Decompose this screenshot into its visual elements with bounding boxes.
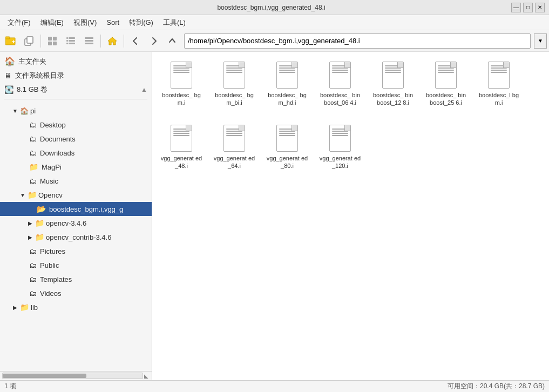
drive-icon: 💽: [4, 85, 13, 94]
sidebar-item-downloads-label: Downloads: [40, 149, 74, 157]
file-area[interactable]: boostdesc_ bgm.i boostdesc_ bgm_bi.i: [152, 52, 549, 380]
close-button[interactable]: ✕: [535, 3, 545, 12]
file-icon: [168, 60, 194, 90]
sidebar-item-public[interactable]: 🗂 Public: [0, 258, 152, 272]
sidebar-item-pi[interactable]: ▼ 🏠 pi: [0, 104, 152, 118]
file-item[interactable]: vgg_generat ed_48.i: [158, 120, 205, 173]
sidebar-item-downloads[interactable]: 🗂 Downloads: [0, 146, 152, 160]
sidebar: 🏠 主文件夹 🖥 文件系统根目录 💽 8.1 GB 卷 ▲ ▼ 🏠 p: [0, 52, 152, 380]
sidebar-item-opencv-contrib[interactable]: ▶ 📁 opencv_contrib-3.4.6: [0, 230, 152, 244]
file-icon: [433, 60, 459, 90]
sidebar-item-templates-label: Templates: [40, 275, 72, 283]
doc-icon: [488, 62, 510, 89]
videos-folder-icon: 🗂: [29, 289, 37, 298]
pi-toggle[interactable]: ▼: [12, 107, 18, 114]
menu-edit[interactable]: 编辑(E): [36, 16, 68, 29]
file-icon: [221, 60, 247, 90]
menu-bar: 文件(F) 编辑(E) 视图(V) Sort 转到(G) 工具(L): [0, 15, 549, 30]
doc-icon: [276, 125, 298, 152]
opencv1-toggle[interactable]: ▶: [27, 220, 33, 226]
sidebar-item-pi-label: pi: [30, 107, 36, 115]
sidebar-hscrollbar-thumb: [3, 374, 86, 378]
sidebar-item-lib[interactable]: ▶ 📁 lib: [0, 300, 152, 314]
sidebar-quick-access: 🏠 主文件夹 🖥 文件系统根目录 💽 8.1 GB 卷 ▲: [0, 52, 152, 104]
sidebar-tree-scroll[interactable]: ▼ 🏠 pi 🗂 Desktop 🗂 Documents 🗂 Downloads: [0, 104, 152, 371]
sidebar-item-opencv1-label: opencv-3.4.6: [46, 219, 86, 227]
list-view-button[interactable]: [62, 32, 79, 50]
drive-eject-icon[interactable]: ▲: [141, 86, 147, 93]
file-item[interactable]: boostdesc_ bgm_hd.i: [263, 57, 311, 110]
file-name: boostdesc_ binboost_25 6.i: [425, 91, 467, 107]
file-item[interactable]: boostdesc_ binboost_12 8.i: [369, 57, 417, 110]
menu-goto[interactable]: 转到(G): [125, 16, 158, 29]
menu-view[interactable]: 视图(V): [69, 16, 101, 29]
sidebar-item-magpi[interactable]: 📁 MagPi: [0, 160, 152, 174]
new-folder-button[interactable]: [2, 32, 19, 50]
back-button[interactable]: [127, 32, 144, 50]
sidebar-item-desktop[interactable]: 🗂 Desktop: [0, 118, 152, 132]
file-icon: [486, 60, 512, 90]
sidebar-item-templates[interactable]: 🗂 Templates: [0, 272, 152, 286]
file-item[interactable]: boostdesc_ binboost_25 6.i: [422, 57, 470, 110]
home-button[interactable]: [104, 32, 121, 50]
doc-icon: [276, 62, 298, 89]
details-view-button[interactable]: [80, 32, 98, 50]
main-layout: 🏠 主文件夹 🖥 文件系统根目录 💽 8.1 GB 卷 ▲ ▼ 🏠 p: [0, 52, 549, 380]
doc-icon: [223, 125, 245, 152]
menu-tools[interactable]: 工具(L): [159, 16, 190, 29]
sidebar-item-public-label: Public: [40, 261, 59, 269]
up-button[interactable]: [164, 32, 181, 50]
file-item[interactable]: boostdesc_ bgm_bi.i: [211, 57, 258, 110]
svg-rect-18: [85, 43, 93, 44]
sidebar-item-opencv-label: Opencv: [38, 191, 63, 199]
lib-toggle[interactable]: ▶: [12, 304, 18, 310]
lib-folder-icon: 📁: [20, 303, 29, 312]
sidebar-item-opencv1[interactable]: ▶ 📁 opencv-3.4.6: [0, 216, 152, 230]
file-item[interactable]: vgg_generat ed_120.i: [316, 120, 364, 173]
sidebar-item-music[interactable]: 🗂 Music: [0, 174, 152, 188]
sidebar-hscrollbar[interactable]: [2, 373, 143, 379]
file-name: vgg_generat ed_64.i: [213, 154, 255, 170]
minimize-button[interactable]: —: [511, 3, 521, 12]
file-item[interactable]: boostdesc_ binboost_06 4.i: [316, 57, 364, 110]
sidebar-item-music-label: Music: [40, 177, 58, 185]
documents-folder-icon: 🗂: [29, 134, 37, 143]
sidebar-item-drive[interactable]: 💽 8.1 GB 卷 ▲: [0, 83, 152, 97]
file-name: boostdesc_ bgm_hd.i: [266, 91, 308, 107]
opencv-toggle[interactable]: ▼: [19, 192, 26, 198]
address-bar[interactable]: [184, 33, 531, 49]
svg-rect-9: [53, 42, 57, 45]
address-dropdown[interactable]: ▼: [534, 33, 547, 49]
copy-button[interactable]: [21, 32, 38, 50]
large-icons-button[interactable]: [44, 32, 61, 50]
sidebar-item-filesystem[interactable]: 🖥 文件系统根目录: [0, 69, 152, 83]
downloads-folder-icon: 🗂: [29, 148, 37, 157]
sidebar-item-opencv[interactable]: ▼ 📁 Opencv: [0, 188, 152, 202]
forward-button[interactable]: [145, 32, 162, 50]
sidebar-item-pictures[interactable]: 🗂 Pictures: [0, 244, 152, 258]
svg-rect-7: [53, 37, 57, 40]
desktop-folder-icon: 🗂: [29, 120, 37, 129]
file-name: boostdesc_ bgm_bi.i: [213, 91, 255, 107]
svg-rect-12: [69, 43, 75, 44]
svg-marker-19: [108, 37, 117, 45]
file-item[interactable]: boostdesc_ bgm.i: [158, 57, 205, 110]
menu-sort[interactable]: Sort: [102, 17, 124, 28]
doc-icon: [382, 62, 404, 89]
sidebar-item-videos[interactable]: 🗂 Videos: [0, 286, 152, 300]
sidebar-item-documents[interactable]: 🗂 Documents: [0, 132, 152, 146]
sidebar-item-home[interactable]: 🏠 主文件夹: [0, 54, 152, 69]
menu-file[interactable]: 文件(F): [3, 16, 35, 29]
file-name: vgg_generat ed_80.i: [266, 154, 308, 170]
file-item[interactable]: vgg_generat ed_80.i: [263, 120, 311, 173]
status-bar: 1 项 可用空间：20.4 GB(共：28.7 GB): [0, 380, 549, 392]
sidebar-item-home-label: 主文件夹: [18, 57, 46, 66]
file-item[interactable]: boostdesc_l bgm.i: [475, 57, 523, 110]
file-item[interactable]: vgg_generat ed_64.i: [211, 120, 258, 173]
opencv-contrib-toggle[interactable]: ▶: [27, 234, 33, 240]
sidebar-resize-handle[interactable]: ◣: [143, 373, 150, 379]
sidebar-item-boostdesc[interactable]: 📂 boostdesc_bgm.i,vgg_g: [0, 202, 152, 216]
maximize-button[interactable]: □: [523, 3, 533, 12]
home-icon: 🏠: [4, 56, 15, 66]
public-folder-icon: 🗂: [29, 261, 37, 269]
